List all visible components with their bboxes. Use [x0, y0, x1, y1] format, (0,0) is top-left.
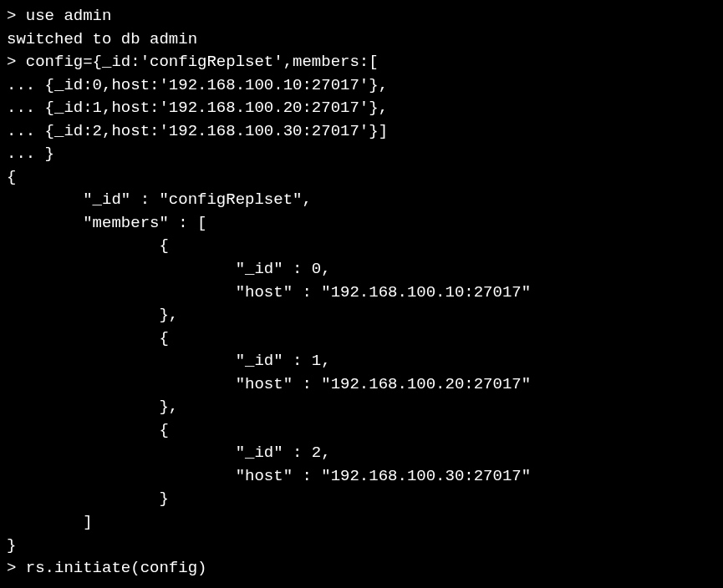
output-line: "_id" : "configReplset",: [7, 189, 716, 212]
output-line: {: [7, 327, 716, 351]
output-line: {: [7, 235, 716, 258]
continuation-line: ... {_id:2,host:'192.168.100.30:27017'}]: [7, 120, 716, 144]
output-line: "_id" : 0,: [7, 258, 716, 281]
output-line: "members" : [: [7, 212, 716, 236]
command-line: > rs.initiate(config): [7, 557, 716, 580]
output-line: "host" : "192.168.100.30:27017": [7, 465, 716, 489]
output-line: {: [7, 166, 716, 190]
output-line: "host" : "192.168.100.20:27017": [7, 373, 716, 397]
output-line: switched to db admin: [7, 28, 716, 52]
continuation-line: ... {_id:0,host:'192.168.100.10:27017'},: [7, 74, 716, 98]
output-line: }: [7, 488, 716, 511]
output-line: }: [7, 535, 716, 558]
output-line: "host" : "192.168.100.10:27017": [7, 281, 716, 305]
output-line: {: [7, 419, 716, 443]
output-line: },: [7, 304, 716, 327]
command-line: > use admin: [7, 5, 716, 28]
command-line: > config={_id:'configReplset',members:[: [7, 51, 716, 74]
output-line: "_id" : 2,: [7, 442, 716, 465]
continuation-line: ... {_id:1,host:'192.168.100.20:27017'},: [7, 97, 716, 120]
terminal-output[interactable]: > use admin switched to db admin > confi…: [7, 5, 716, 580]
output-line: "_id" : 1,: [7, 350, 716, 373]
output-line: },: [7, 396, 716, 419]
continuation-line: ... }: [7, 143, 716, 166]
output-line: ]: [7, 511, 716, 535]
